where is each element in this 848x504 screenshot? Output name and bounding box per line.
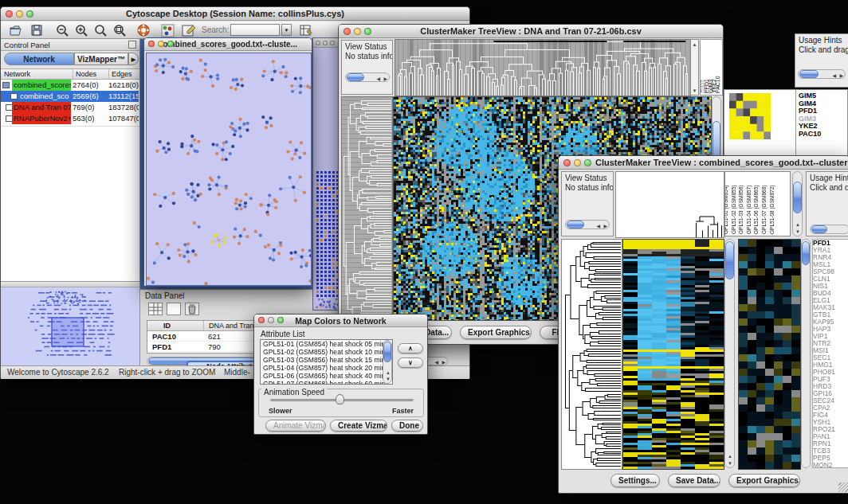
table-icon[interactable] xyxy=(148,303,163,315)
column-label[interactable]: GPL51-02 (GSM855) xyxy=(731,186,736,234)
network-row[interactable]: RNAPuberNov2+563(0)107847(0) xyxy=(1,113,139,124)
close-icon[interactable] xyxy=(563,159,571,166)
fragment-usage-scroll[interactable]: ◀ ▶ xyxy=(798,69,846,79)
move-down-button[interactable]: ∨ xyxy=(398,357,423,368)
tv2-heatmap-vscroll[interactable]: ▲ ▼ xyxy=(724,239,735,468)
network-window-titlebar[interactable]: combined_scores_good.txt--cluste... xyxy=(144,38,312,51)
zoom-window-icon[interactable] xyxy=(584,159,591,166)
save-icon[interactable] xyxy=(29,23,45,38)
annotation-icon[interactable] xyxy=(181,23,196,38)
tv2-settings-button[interactable]: Settings... xyxy=(610,474,660,487)
network-list-empty xyxy=(1,126,139,281)
col-network[interactable]: Network xyxy=(4,69,30,80)
zoom-window-icon[interactable] xyxy=(364,28,371,35)
minimize-icon[interactable] xyxy=(16,10,23,18)
main-window-controls[interactable] xyxy=(6,10,33,18)
attribute-list-vscroll[interactable]: ▲ ▼ xyxy=(383,340,392,384)
tv2-save-data-button[interactable]: Save Data... xyxy=(668,474,720,487)
data-col-id[interactable]: ID xyxy=(163,321,171,330)
close-icon[interactable] xyxy=(258,317,265,323)
tv2-heatmap[interactable] xyxy=(622,239,724,470)
network-row[interactable]: combined_sco2569(6)13112(15) xyxy=(1,91,139,102)
folder-icon xyxy=(2,82,10,88)
close-icon[interactable] xyxy=(6,10,13,18)
col-nodes[interactable]: Nodes xyxy=(73,69,96,80)
attribute-list-item[interactable]: GPL51-04 (GSM857) heat shock 20 min xyxy=(261,364,392,372)
treeview2-window-controls[interactable] xyxy=(563,159,591,166)
zoom-out-icon[interactable] xyxy=(55,23,70,38)
delete-attribute-icon[interactable] xyxy=(185,303,199,315)
search-input[interactable] xyxy=(230,24,280,36)
tv2-collabel-vscroll[interactable]: ▲ ▼ xyxy=(792,171,803,236)
column-label[interactable]: GPL51-01 (GSM854) xyxy=(724,186,728,234)
resize-grip-icon[interactable] xyxy=(838,483,848,492)
table-edit-icon[interactable] xyxy=(299,23,314,38)
tv2-zoom-heatmap[interactable] xyxy=(738,239,801,470)
tv1-view-status-scroll[interactable]: ◀ ▶ xyxy=(345,72,390,82)
column-label[interactable]: GPL51-06 (GSM865) xyxy=(753,186,759,234)
tab-more-icon[interactable]: ▶ xyxy=(128,53,139,65)
tv2-row-dendrogram[interactable] xyxy=(561,239,622,470)
tv2-export-graphics-button[interactable]: Export Graphics... xyxy=(728,474,800,487)
zoom-window-icon[interactable] xyxy=(26,10,33,18)
open-file-icon[interactable] xyxy=(9,23,24,38)
column-label[interactable]: GPL51-07 (GSM868) xyxy=(761,186,767,234)
treeview1-window-controls[interactable] xyxy=(344,28,371,35)
done-button[interactable]: Done xyxy=(391,420,423,432)
col-edges[interactable]: Edges xyxy=(108,69,132,80)
tv2-view-status-scroll[interactable]: ◀ ▶ xyxy=(565,220,610,229)
zoom-in-icon[interactable] xyxy=(74,23,89,38)
float-panel-icon[interactable] xyxy=(128,41,136,49)
minimize-icon[interactable] xyxy=(158,41,164,47)
search-label: Search: xyxy=(202,25,229,34)
attribute-listbox[interactable]: GPL51-01 (GSM854) heat shock 05 minGPL51… xyxy=(260,339,393,385)
search-dropdown-icon[interactable]: ▼ xyxy=(281,24,292,36)
attribute-list-item[interactable]: GPL51-06 (GSM865) heat shock 40 min xyxy=(261,372,392,380)
tv2-genelist-vscroll[interactable] xyxy=(801,239,811,468)
birdseye-view[interactable] xyxy=(1,287,137,364)
column-label[interactable]: GPL51-04 (GSM857) xyxy=(746,186,752,234)
new-attribute-icon[interactable] xyxy=(167,303,181,315)
correlation-matrix-view[interactable] xyxy=(729,93,771,139)
gene-label[interactable]: PAC10 xyxy=(799,131,846,139)
minimize-icon[interactable] xyxy=(354,28,361,35)
treeview1-titlebar[interactable]: ClusterMaker TreeView : DNA and Tran 07-… xyxy=(339,25,723,38)
speed-slider-thumb[interactable] xyxy=(336,394,344,404)
move-up-button[interactable]: ∧ xyxy=(398,343,423,354)
close-icon[interactable] xyxy=(148,41,155,47)
close-icon[interactable] xyxy=(344,28,351,35)
network-canvas[interactable] xyxy=(146,53,312,286)
node-appearance-icon[interactable] xyxy=(160,23,175,38)
tab-network[interactable]: Network xyxy=(4,53,74,65)
attribute-list-item[interactable]: GPL51-03 (GSM856) heat shock 15 min xyxy=(261,356,392,364)
dialog-titlebar[interactable]: Map Colors to Network xyxy=(254,315,427,327)
animation-speed-group: Animation Speed Slower Faster xyxy=(258,389,424,417)
tv1-row-dendrogram[interactable] xyxy=(341,96,393,321)
help-lifering-icon[interactable] xyxy=(136,23,151,38)
create-vizmap-button[interactable]: Create Vizmap xyxy=(330,420,387,432)
tv2-view-status-panel: View Status No status info t ◀ ▶ xyxy=(561,171,614,236)
network-row[interactable]: DNA and Tran 07769(0)183728(0) xyxy=(1,102,139,113)
column-label[interactable]: PAC10 xyxy=(715,76,720,93)
tv2-column-dendrogram[interactable] xyxy=(615,171,724,238)
minimize-icon[interactable] xyxy=(574,159,581,166)
main-titlebar[interactable]: Cytoscape Desktop (Session Name: collins… xyxy=(1,7,469,21)
attribute-list-item[interactable]: GPL51-01 (GSM854) heat shock 05 min xyxy=(261,340,392,348)
zoom-window-icon[interactable] xyxy=(167,41,174,47)
zoom-window-icon[interactable] xyxy=(277,317,284,323)
column-label[interactable]: GPL51-03 (GSM856) xyxy=(738,186,744,234)
column-label[interactable]: GPL51-08 (GSM872) xyxy=(769,186,775,234)
control-panel: Control Panel Network VizMapper™ ▶ Netwo… xyxy=(1,39,140,365)
tv1-column-dendrogram[interactable] xyxy=(395,39,691,96)
tab-vizmapper[interactable]: VizMapper™ xyxy=(74,53,128,65)
treeview2-titlebar[interactable]: ClusterMaker TreeView : combined_scores_… xyxy=(559,156,848,170)
network-row[interactable]: combined_scores2764(0)16218(0) xyxy=(1,80,139,91)
attribute-list-item[interactable]: GPL51-02 (GSM855) heat shock 10 min xyxy=(261,348,392,356)
gene-label[interactable]: MON2 xyxy=(813,462,848,468)
tv1-export-graphics-button[interactable]: Export Graphics... xyxy=(460,326,532,339)
tv2-usage-scroll[interactable] xyxy=(810,225,848,234)
zoom-selected-icon[interactable] xyxy=(112,23,128,38)
tv1-col-scroll-strip[interactable]: ▲ ▼ xyxy=(690,39,699,96)
attribute-list-item[interactable]: GPL51-07 (GSM868) heat shock 60 min xyxy=(261,380,392,385)
zoom-fit-icon[interactable] xyxy=(93,23,108,38)
